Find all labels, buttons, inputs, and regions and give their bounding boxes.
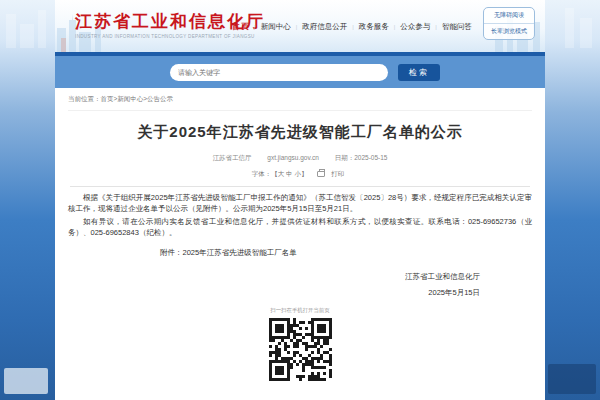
article-site-url: gxt.jiangsu.gov.cn xyxy=(267,154,319,161)
qr-code xyxy=(269,318,332,381)
accessible-reading-button[interactable]: 无障碍阅读 xyxy=(484,8,534,24)
attachment-link[interactable]: 附件：2025年江苏省先进级智能工厂名单 xyxy=(160,248,532,258)
elder-mode-button[interactable]: 长辈浏览模式 xyxy=(484,24,534,39)
search-box xyxy=(170,64,388,81)
page-background: 江苏省工业和信息化厅 INDUSTRY AND INFORMATION TECH… xyxy=(0,0,600,400)
nav-item-smart-qa[interactable]: 智能问答 xyxy=(437,22,477,32)
bg-building-silhouette xyxy=(565,8,574,48)
bg-building-silhouette xyxy=(20,24,34,48)
site-header: 江苏省工业和信息化厅 INDUSTRY AND INFORMATION TECH… xyxy=(55,0,545,52)
bg-building-silhouette xyxy=(580,18,592,48)
article-title: 关于2025年江苏省先进级智能工厂名单的公示 xyxy=(68,123,532,142)
article-paragraph: 根据《关于组织开展2025年江苏省先进级智能工厂申报工作的通知》（苏工信智发〔2… xyxy=(68,192,532,214)
article-area: 当前位置：首页>新闻中心>公告公示 关于2025年江苏省先进级智能工厂名单的公示… xyxy=(55,88,545,400)
signature-date: 2025年5月15日 xyxy=(68,288,480,298)
article-date: 日期：2025-05-15 xyxy=(335,154,388,161)
site-logo-subtitle: INDUSTRY AND INFORMATION TECHNOLOGY DEPA… xyxy=(75,34,255,39)
article-body: 根据《关于组织开展2025年江苏省先进级智能工厂申报工作的通知》（苏工信智发〔2… xyxy=(68,192,532,238)
content-column: 江苏省工业和信息化厅 INDUSTRY AND INFORMATION TECH… xyxy=(55,0,545,400)
bg-building-silhouette xyxy=(38,10,46,48)
article-source: 江苏省工信厅 xyxy=(213,154,252,161)
search-band: 检索 xyxy=(55,52,545,88)
search-input[interactable] xyxy=(178,69,380,76)
article-controls: 字体：【大 中 小】 打印 xyxy=(68,170,532,179)
signature-department: 江苏省工业和信息化厅 xyxy=(68,272,480,282)
print-icon xyxy=(317,171,325,177)
print-control[interactable]: 打印 xyxy=(317,170,348,177)
article-meta: 江苏省工信厅 gxt.jiangsu.gov.cn 日期：2025-05-15 xyxy=(68,154,532,163)
qr-caption: 扫一扫在手机打开当前页 xyxy=(91,306,509,314)
nav-item-news[interactable]: 新闻中心 xyxy=(256,22,296,32)
breadcrumb[interactable]: 当前位置：首页>新闻中心>公告公示 xyxy=(68,88,532,111)
accessibility-box: 无障碍阅读 长辈浏览模式 xyxy=(483,7,535,40)
nav-item-participation[interactable]: 公众参与 xyxy=(395,22,435,32)
divider xyxy=(70,186,530,187)
search-button[interactable]: 检索 xyxy=(398,64,440,81)
main-nav: 首 页| 新闻中心| 政府信息公开| 政务服务| 公众参与| 智能问答 xyxy=(227,22,477,32)
font-size-controls[interactable]: 字体：【大 中 小】 xyxy=(252,170,308,177)
bg-photo-fragment-left xyxy=(4,368,48,394)
article-signature: 江苏省工业和信息化厅 2025年5月15日 xyxy=(68,272,532,298)
nav-item-services[interactable]: 政务服务 xyxy=(354,22,394,32)
bg-building-silhouette xyxy=(6,14,16,48)
bg-photo-fragment-right xyxy=(548,364,596,394)
qr-section: 扫一扫在手机打开当前页 xyxy=(68,306,532,381)
nav-item-info-disclosure[interactable]: 政府信息公开 xyxy=(297,22,352,32)
article-paragraph: 如有异议，请在公示期内实名反馈省工业和信息化厅，并提供佐证材料和联系方式，以便核… xyxy=(68,216,532,238)
nav-item-home[interactable]: 首 页 xyxy=(227,22,254,32)
print-label: 打印 xyxy=(331,170,344,177)
